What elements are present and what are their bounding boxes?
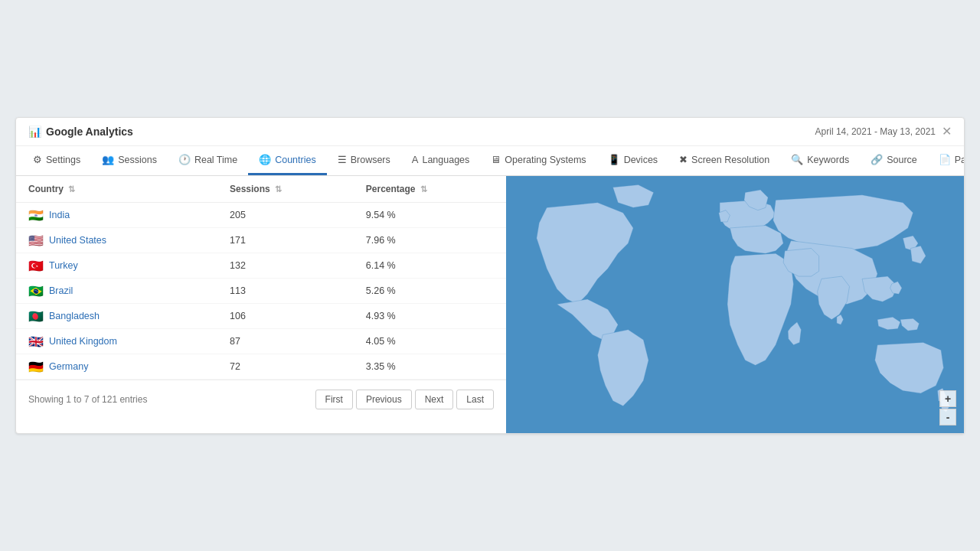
map-controls: + - — [939, 390, 956, 425]
nav-tabs: ⚙ Settings 👥 Sessions 🕐 Real Time 🌐 Coun… — [16, 146, 964, 176]
tab-languages[interactable]: A Languages — [401, 146, 481, 175]
analytics-widget: 📊 Google Analytics April 14, 2021 - May … — [15, 117, 965, 433]
world-map — [506, 176, 964, 432]
sessions-value: 113 — [217, 279, 354, 304]
sort-percentage-icon: ⇅ — [420, 184, 427, 194]
table-row: 🇧🇷 Brazil 113 5.26 % — [16, 279, 506, 304]
tab-os-label: Operating Systems — [505, 155, 586, 165]
country-name[interactable]: Turkey — [49, 260, 78, 271]
tab-sessions-label: Sessions — [118, 155, 157, 165]
percentage-value: 5.26 % — [354, 279, 506, 304]
tab-keywords[interactable]: 🔍 Keywords — [780, 146, 860, 175]
source-icon: 🔗 — [871, 154, 883, 165]
tab-source[interactable]: 🔗 Source — [860, 146, 928, 175]
widget-header: 📊 Google Analytics April 14, 2021 - May … — [16, 118, 964, 146]
map-section: + - — [506, 176, 964, 432]
col-country[interactable]: Country ⇅ — [16, 176, 217, 203]
pages-icon: 📄 — [939, 154, 951, 165]
tab-languages-label: Languages — [422, 155, 469, 165]
tab-settings[interactable]: ⚙ Settings — [22, 146, 91, 175]
tab-devices[interactable]: 📱 Devices — [597, 146, 668, 175]
tab-countries-label: Countries — [275, 155, 316, 165]
languages-icon: A — [412, 154, 419, 165]
sessions-value: 72 — [217, 354, 354, 380]
col-percentage[interactable]: Percentage ⇅ — [354, 176, 506, 203]
countries-icon: 🌐 — [259, 154, 271, 165]
country-flag: 🇩🇪 — [28, 361, 44, 372]
tab-realtime[interactable]: 🕐 Real Time — [168, 146, 248, 175]
table-section: Country ⇅ Sessions ⇅ Percentage ⇅ 🇮🇳 — [16, 176, 506, 432]
next-button[interactable]: Next — [415, 390, 454, 409]
tab-screen-label: Screen Resolution — [691, 155, 769, 165]
devices-icon: 📱 — [608, 154, 620, 165]
country-name[interactable]: United States — [49, 235, 106, 246]
tab-screen[interactable]: ✖ Screen Resolution — [668, 146, 780, 175]
country-name[interactable]: Bangladesh — [49, 311, 100, 321]
country-name[interactable]: Brazil — [49, 285, 73, 296]
table-row: 🇹🇷 Turkey 132 6.14 % — [16, 253, 506, 279]
header-right: April 14, 2021 - May 13, 2021 ✕ — [815, 126, 952, 138]
sort-sessions-icon: ⇅ — [275, 184, 282, 194]
country-name[interactable]: Germany — [49, 361, 88, 372]
zoom-out-button[interactable]: - — [939, 409, 956, 425]
country-name[interactable]: United Kingdom — [49, 336, 117, 347]
settings-icon: ⚙ — [33, 154, 42, 165]
zoom-in-button[interactable]: + — [939, 390, 956, 407]
table-row: 🇺🇸 United States 171 7.96 % — [16, 228, 506, 253]
percentage-value: 4.93 % — [354, 304, 506, 329]
tab-settings-label: Settings — [46, 155, 80, 165]
country-flag: 🇹🇷 — [28, 260, 44, 271]
close-button[interactable]: ✕ — [942, 126, 952, 138]
sort-country-icon: ⇅ — [68, 184, 75, 194]
tab-realtime-label: Real Time — [194, 155, 237, 165]
content-area: Country ⇅ Sessions ⇅ Percentage ⇅ 🇮🇳 — [16, 176, 964, 432]
col-sessions[interactable]: Sessions ⇅ — [217, 176, 354, 203]
tab-pages[interactable]: 📄 Pages — [928, 146, 964, 175]
sessions-value: 205 — [217, 203, 354, 228]
widget-title: 📊 Google Analytics — [28, 126, 133, 138]
percentage-value: 9.54 % — [354, 203, 506, 228]
country-name[interactable]: India — [49, 210, 70, 220]
table-row: 🇩🇪 Germany 72 3.35 % — [16, 354, 506, 380]
country-flag: 🇮🇳 — [28, 210, 44, 220]
keywords-icon: 🔍 — [791, 154, 803, 165]
last-button[interactable]: Last — [456, 390, 494, 409]
country-flag: 🇧🇩 — [28, 311, 44, 321]
table-row: 🇮🇳 India 205 9.54 % — [16, 203, 506, 228]
sessions-value: 132 — [217, 253, 354, 279]
date-range: April 14, 2021 - May 13, 2021 — [815, 126, 936, 137]
table-row: 🇧🇩 Bangladesh 106 4.93 % — [16, 304, 506, 329]
tab-sessions[interactable]: 👥 Sessions — [91, 146, 168, 175]
tab-browsers-label: Browsers — [351, 155, 390, 165]
sessions-value: 87 — [217, 329, 354, 354]
tab-devices-label: Devices — [624, 155, 658, 165]
tab-keywords-label: Keywords — [807, 155, 849, 165]
percentage-value: 3.35 % — [354, 354, 506, 380]
tab-os[interactable]: 🖥 Operating Systems — [480, 146, 596, 175]
pagination-area: Showing 1 to 7 of 121 entries First Prev… — [16, 380, 506, 419]
realtime-icon: 🕐 — [178, 154, 191, 165]
percentage-value: 4.05 % — [354, 329, 506, 354]
percentage-value: 7.96 % — [354, 228, 506, 253]
screen-icon: ✖ — [679, 154, 688, 165]
percentage-value: 6.14 % — [354, 253, 506, 279]
table-row: 🇬🇧 United Kingdom 87 4.05 % — [16, 329, 506, 354]
os-icon: 🖥 — [491, 154, 501, 165]
country-flag: 🇬🇧 — [28, 336, 44, 347]
tab-browsers[interactable]: ☰ Browsers — [327, 146, 401, 175]
browsers-icon: ☰ — [338, 154, 347, 165]
previous-button[interactable]: Previous — [356, 390, 412, 409]
data-table: Country ⇅ Sessions ⇅ Percentage ⇅ 🇮🇳 — [16, 176, 506, 380]
pagination-buttons: First Previous Next Last — [315, 390, 494, 409]
country-flag: 🇺🇸 — [28, 235, 44, 246]
first-button[interactable]: First — [315, 390, 353, 409]
sessions-value: 106 — [217, 304, 354, 329]
tab-pages-label: Pages — [955, 155, 964, 165]
analytics-icon: 📊 — [28, 126, 41, 138]
widget-title-text: Google Analytics — [46, 126, 133, 138]
country-flag: 🇧🇷 — [28, 285, 44, 296]
tab-countries[interactable]: 🌐 Countries — [248, 146, 327, 175]
tab-source-label: Source — [887, 155, 917, 165]
showing-text: Showing 1 to 7 of 121 entries — [28, 394, 147, 405]
sessions-value: 171 — [217, 228, 354, 253]
